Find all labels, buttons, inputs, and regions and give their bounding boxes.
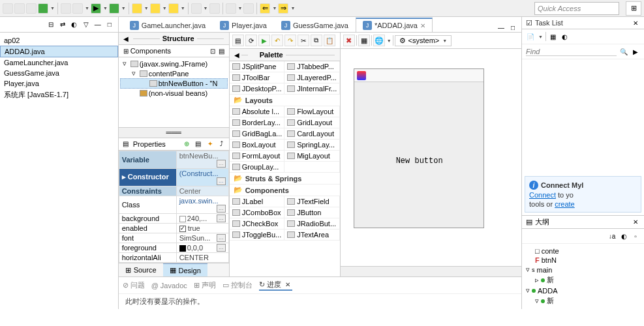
palette-item[interactable]: GridBagLa... bbox=[230, 128, 285, 140]
palette-item[interactable]: GroupLay... bbox=[230, 162, 285, 173]
explorer-item[interactable]: Player.java bbox=[0, 78, 118, 89]
quick-access-input[interactable]: Quick Access bbox=[534, 2, 619, 15]
maximize-icon[interactable]: □ bbox=[105, 20, 114, 29]
palette-item[interactable]: JInternalFr... bbox=[284, 83, 340, 95]
goto-definition-icon[interactable]: ⤴ bbox=[217, 140, 226, 149]
system-laf-dropdown[interactable]: ⚙<system>▼ bbox=[395, 35, 452, 46]
refresh-palette-icon[interactable]: ⟳ bbox=[245, 35, 257, 46]
undo-icon[interactable]: ↶ bbox=[271, 35, 283, 46]
property-row[interactable]: enabled true bbox=[119, 223, 228, 233]
collapse-all-icon[interactable]: ⊟ bbox=[46, 20, 55, 29]
source-tab[interactable]: ⊞Source bbox=[119, 263, 163, 276]
new-button-component[interactable]: New button bbox=[356, 154, 483, 168]
editor-tab[interactable]: JPlayer.java bbox=[213, 18, 274, 32]
save-all-icon[interactable] bbox=[26, 3, 37, 14]
toggle-icon[interactable] bbox=[226, 3, 236, 14]
cut2-icon[interactable]: ✂ bbox=[298, 35, 309, 46]
new-task-icon[interactable]: 📄 bbox=[526, 32, 535, 41]
explorer-item[interactable]: 系统库 [JavaSE-1.7] bbox=[0, 89, 118, 101]
structure-node[interactable]: ▿(javax.swing.JFrame) bbox=[120, 59, 228, 68]
run-last-icon[interactable] bbox=[109, 3, 119, 14]
jframe-preview[interactable]: New button bbox=[354, 68, 484, 228]
menu-icon[interactable]: ▽ bbox=[82, 20, 91, 29]
palette-item[interactable]: JCheckBox bbox=[230, 218, 285, 230]
palette-item[interactable]: JToggleBu... bbox=[230, 230, 285, 241]
progress-view-tab[interactable]: ↻ 进度 ✕ bbox=[259, 280, 292, 291]
globe-icon[interactable]: 🌐 bbox=[373, 35, 385, 46]
structure-node[interactable]: ▿contentPane bbox=[120, 68, 228, 78]
property-row[interactable]: background240,...… bbox=[119, 213, 228, 223]
palette-item[interactable]: JTextField bbox=[284, 196, 340, 207]
sort-icon[interactable]: ↓a bbox=[607, 231, 617, 241]
new-file-icon[interactable] bbox=[168, 3, 179, 14]
property-row[interactable]: ConstraintsCenter bbox=[119, 186, 228, 196]
editor-minimize-icon[interactable]: — bbox=[497, 23, 506, 32]
minimize-icon[interactable]: — bbox=[93, 20, 102, 29]
palette-item[interactable]: MigLayout bbox=[284, 151, 340, 162]
editor-tab[interactable]: JGameLauncher.java bbox=[123, 18, 213, 32]
palette-item[interactable]: JToolBar bbox=[230, 72, 285, 83]
property-row[interactable]: VariablebtnNewBu...… bbox=[119, 151, 228, 168]
layouts-category[interactable]: 📂Layouts bbox=[230, 95, 340, 106]
outline-node[interactable]: □conte bbox=[526, 246, 640, 256]
props-filter-icon[interactable]: ▤ bbox=[194, 140, 203, 149]
outline-filter-icon[interactable]: ◐ bbox=[619, 231, 628, 241]
save-icon[interactable] bbox=[14, 3, 25, 14]
palette-item[interactable] bbox=[284, 162, 340, 173]
layout-icon[interactable]: ▦ bbox=[358, 35, 370, 46]
redo-icon[interactable]: ↷ bbox=[284, 35, 296, 46]
palette-item[interactable]: JLayeredP... bbox=[284, 72, 340, 83]
explorer-item[interactable]: GameLauncher.java bbox=[0, 57, 118, 68]
explorer-item[interactable]: GuessGame.java bbox=[0, 68, 118, 78]
outline-node[interactable]: ▿smain bbox=[526, 265, 640, 274]
palette-item[interactable]: FlowLayout bbox=[284, 106, 340, 117]
property-row[interactable]: ▸ Constructor(Construct...… bbox=[119, 168, 228, 186]
pin-icon[interactable] bbox=[243, 3, 254, 14]
palette-item[interactable]: JRadioBut... bbox=[284, 218, 340, 230]
canvas-scrollbar[interactable] bbox=[341, 266, 521, 276]
outline-node[interactable]: ▿新 bbox=[526, 295, 640, 306]
palette-item[interactable]: JTabbedP... bbox=[284, 61, 340, 72]
properties-table[interactable]: VariablebtnNewBu...…▸ Constructor(Constr… bbox=[119, 151, 229, 263]
create-link[interactable]: create bbox=[555, 200, 575, 208]
property-row[interactable]: foreground0,0,0… bbox=[119, 243, 228, 252]
focus-icon[interactable]: ◐ bbox=[70, 20, 79, 29]
components-category[interactable]: 📂Components bbox=[230, 185, 340, 196]
perspective-button[interactable]: ⊞ bbox=[626, 1, 641, 16]
new-icon[interactable] bbox=[3, 3, 13, 14]
categorize-icon[interactable]: ▦ bbox=[549, 32, 558, 41]
copy-icon[interactable]: ⧉ bbox=[311, 35, 322, 46]
structure-node[interactable]: (non-visual beans) bbox=[120, 89, 228, 98]
editor-tab[interactable]: J*ADDAD.java✕ bbox=[356, 18, 433, 32]
palette-item[interactable]: JLabel bbox=[230, 196, 285, 207]
palette-item[interactable]: JDesktopP... bbox=[230, 83, 285, 95]
palette-item[interactable]: JSplitPane bbox=[230, 61, 285, 72]
link-icon[interactable]: ⇄ bbox=[58, 20, 67, 29]
forward-icon[interactable]: ⇒ bbox=[278, 3, 288, 14]
outline-node[interactable]: FbtnN bbox=[526, 256, 640, 265]
console-view-tab[interactable]: ▭ 控制台 bbox=[222, 280, 253, 290]
debug-config-icon[interactable] bbox=[72, 3, 83, 14]
delete-icon[interactable]: ✖ bbox=[343, 35, 355, 46]
components-menu-icon[interactable]: ▤ bbox=[217, 46, 226, 55]
outline-node[interactable]: ▹新 bbox=[526, 274, 640, 286]
editor-maximize-icon[interactable]: □ bbox=[508, 23, 517, 32]
wand-icon[interactable] bbox=[61, 3, 71, 14]
property-row[interactable]: Classjavax.swin...… bbox=[119, 196, 228, 213]
outline-node[interactable]: ▿ADDA bbox=[526, 286, 640, 295]
property-row[interactable]: fontSimSun...… bbox=[119, 233, 228, 243]
connect-link[interactable]: Connect bbox=[529, 191, 556, 199]
new-class-icon[interactable] bbox=[150, 3, 161, 14]
design-tab[interactable]: ▦Design bbox=[163, 263, 207, 276]
goto-event-icon[interactable]: ✦ bbox=[206, 140, 215, 149]
search-icon[interactable] bbox=[209, 3, 220, 14]
arrow-left-icon[interactable]: ◀ bbox=[121, 34, 130, 43]
palette-arrow-icon[interactable]: ◀ bbox=[232, 50, 241, 59]
expand-icon[interactable]: ⊡ bbox=[208, 46, 217, 55]
palette-item[interactable]: JComboBox bbox=[230, 207, 285, 218]
palette-item[interactable]: JButton bbox=[284, 207, 340, 218]
refresh-icon[interactable] bbox=[38, 3, 48, 14]
palette-item[interactable]: JTextArea bbox=[284, 230, 340, 241]
hide-fields-icon[interactable]: ▫ bbox=[631, 231, 640, 241]
run-icon[interactable]: ▶ bbox=[91, 3, 101, 14]
